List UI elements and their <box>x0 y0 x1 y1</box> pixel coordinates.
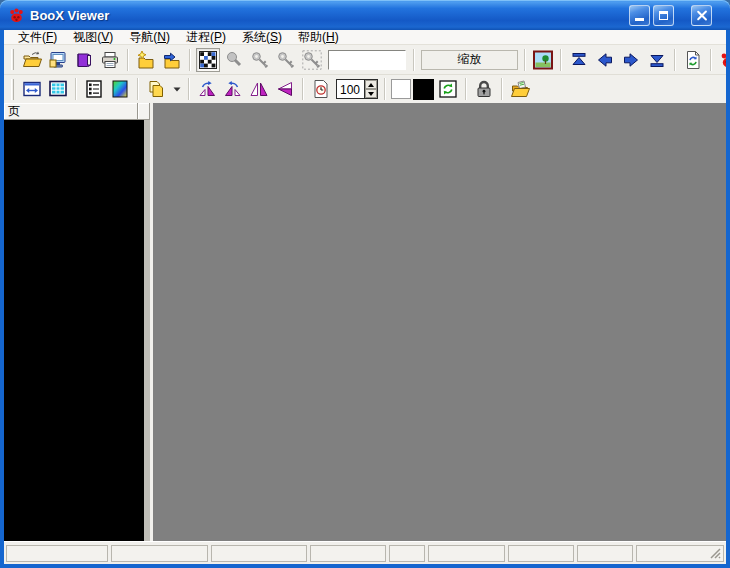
zoom-spin-down[interactable] <box>365 89 377 98</box>
first-page-arrow-icon <box>569 50 589 70</box>
menu-process[interactable]: 进程(P) <box>178 30 234 45</box>
status-panel <box>6 545 108 562</box>
menu-navigate-hotkey: N <box>157 30 166 44</box>
toolbar-gripper[interactable] <box>11 79 14 100</box>
prev-page-arrow-icon <box>595 50 615 70</box>
magnifier-button-disabled <box>222 48 246 72</box>
background-color-swatch[interactable] <box>413 79 434 100</box>
status-panel <box>428 545 505 562</box>
fullscreen-grid-icon <box>48 79 68 99</box>
print-button[interactable] <box>98 48 122 72</box>
spin-down-icon <box>368 92 374 96</box>
maximize-icon <box>659 11 668 20</box>
swap-colors-button[interactable] <box>436 77 460 101</box>
magnifier-icon <box>224 50 244 70</box>
menubar: 文件(F) 视图(V) 导航(N) 进程(P) 系统(S) 帮助(H) <box>4 30 726 45</box>
resize-grip-icon[interactable] <box>709 547 722 560</box>
menu-system-label: 系统( <box>242 30 270 44</box>
menu-process-label: 进程( <box>186 30 214 44</box>
page-list[interactable] <box>4 120 144 541</box>
open-file-button[interactable] <box>20 48 44 72</box>
titlebar[interactable]: BooX Viewer <box>0 0 730 30</box>
copy-pages-button[interactable] <box>144 77 168 101</box>
last-page-button[interactable] <box>645 48 669 72</box>
image-preview-button[interactable] <box>531 48 555 72</box>
color-gradient-icon <box>110 79 130 99</box>
app-paw-icon <box>8 7 25 24</box>
book-button[interactable] <box>72 48 96 72</box>
details-list-icon <box>84 79 104 99</box>
toolbar-separator <box>674 49 676 71</box>
rotate-right-button[interactable] <box>195 77 219 101</box>
menu-help[interactable]: 帮助(H) <box>290 30 347 45</box>
menu-view[interactable]: 视图(V) <box>65 30 121 45</box>
foreground-color-swatch[interactable] <box>391 79 411 99</box>
status-panel <box>508 545 574 562</box>
page-list-header-filler <box>138 103 150 120</box>
close-button[interactable] <box>691 5 712 26</box>
minimize-icon <box>635 18 644 21</box>
page-list-body <box>4 120 150 541</box>
rotate-right-icon <box>197 79 217 99</box>
status-panel <box>389 545 425 562</box>
about-paw-button[interactable] <box>717 48 726 72</box>
fit-window-icon <box>22 79 42 99</box>
import-folder-button[interactable] <box>160 48 184 72</box>
toolbar-separator <box>710 49 712 71</box>
menu-system-hotkey: S <box>270 30 278 44</box>
zoom-button[interactable]: 缩放 <box>421 50 518 70</box>
zoom-value[interactable]: 100 <box>337 80 364 98</box>
timer-page-button[interactable] <box>309 77 333 101</box>
refresh-page-button[interactable] <box>681 48 705 72</box>
view-toolbar: 100 <box>4 75 726 103</box>
color-palette-button[interactable] <box>108 77 132 101</box>
key-icon <box>276 50 296 70</box>
paw-icon <box>719 50 726 70</box>
key-button-2-disabled <box>274 48 298 72</box>
fit-window-button[interactable] <box>20 77 44 101</box>
menu-navigate-label: 导航( <box>129 30 157 44</box>
details-list-button[interactable] <box>82 77 106 101</box>
menu-system[interactable]: 系统(S) <box>234 30 290 45</box>
status-panel <box>111 545 208 562</box>
rotate-left-button[interactable] <box>221 77 245 101</box>
toolbar-gripper[interactable] <box>11 49 14 70</box>
flip-vertical-icon <box>275 79 295 99</box>
acquire-button[interactable] <box>46 48 70 72</box>
toolbar-separator <box>137 78 139 100</box>
copy-pages-dropdown[interactable] <box>170 77 183 101</box>
first-page-button[interactable] <box>567 48 591 72</box>
lock-icon <box>474 79 494 99</box>
menu-navigate[interactable]: 导航(N) <box>121 30 178 45</box>
maximize-button[interactable] <box>653 5 674 26</box>
page-column-header[interactable]: 页 <box>4 103 138 120</box>
zoom-spin-up[interactable] <box>365 80 377 89</box>
menu-file[interactable]: 文件(F) <box>10 30 65 45</box>
flip-horizontal-button[interactable] <box>247 77 271 101</box>
previous-page-button[interactable] <box>593 48 617 72</box>
document-canvas <box>153 103 726 541</box>
lock-button[interactable] <box>472 77 496 101</box>
folder-documents-icon <box>510 79 530 99</box>
statusbar <box>4 541 726 564</box>
open-folder-icon <box>22 50 42 70</box>
next-page-button[interactable] <box>619 48 643 72</box>
toolbar-separator <box>189 49 191 71</box>
fullscreen-button[interactable] <box>46 77 70 101</box>
flip-vertical-button[interactable] <box>273 77 297 101</box>
thumbnail-view-button[interactable] <box>196 48 220 72</box>
minimize-button[interactable] <box>629 5 650 26</box>
folder-documents-button[interactable] <box>508 77 532 101</box>
zoom-button-label: 缩放 <box>458 51 482 68</box>
image-preview-icon <box>533 50 553 70</box>
last-page-arrow-icon <box>647 50 667 70</box>
new-folder-icon <box>136 50 156 70</box>
scan-monitor-icon <box>48 50 68 70</box>
refresh-page-icon <box>683 50 703 70</box>
import-folder-icon <box>162 50 182 70</box>
menu-file-label: 文件( <box>18 30 46 44</box>
menu-process-hotkey: P <box>214 30 222 44</box>
swap-colors-icon <box>438 79 458 99</box>
new-folder-button[interactable] <box>134 48 158 72</box>
zoom-spinbox[interactable]: 100 <box>336 79 378 99</box>
